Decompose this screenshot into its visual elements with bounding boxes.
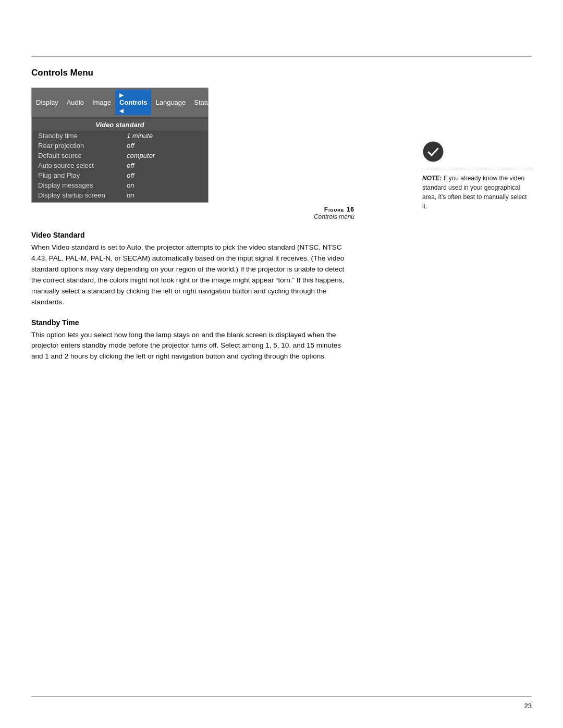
menu-value-default-source: computer xyxy=(127,152,155,159)
standby-time-title: Standby Time xyxy=(31,318,354,327)
menu-screenshot: Display Audio Image Controls Language St… xyxy=(31,88,209,203)
video-standard-title: Video Standard xyxy=(31,231,354,239)
menu-label-plug-play: Plug and Play xyxy=(38,171,127,179)
menu-nav-audio[interactable]: Audio xyxy=(63,97,88,107)
menu-header: Video standard xyxy=(32,119,208,131)
menu-label-default-source: Default source xyxy=(38,152,127,159)
menu-label-auto-source: Auto source select xyxy=(38,162,127,169)
note-text: NOTE: If you already know the video stan… xyxy=(422,174,532,211)
page: Controls Menu Display Audio Image Contro… xyxy=(0,0,563,728)
menu-row-auto-source: Auto source select off xyxy=(32,161,208,170)
menu-row-display-messages: Display messages on xyxy=(32,180,208,190)
top-divider xyxy=(31,56,532,57)
menu-nav-language[interactable]: Language xyxy=(151,97,190,107)
menu-value-display-startup: on xyxy=(127,191,134,199)
section-title: Controls Menu xyxy=(31,68,354,78)
menu-label-display-messages: Display messages xyxy=(38,181,127,189)
section-video-standard: Video Standard When Video standard is se… xyxy=(31,231,354,308)
note-divider xyxy=(422,168,532,168)
menu-nav-status[interactable]: Status xyxy=(190,97,217,107)
figure-caption: Controls menu xyxy=(31,213,354,220)
note-icon xyxy=(422,141,532,165)
menu-nav-bar: Display Audio Image Controls Language St… xyxy=(32,88,208,117)
menu-row-display-startup: Display startup screen on xyxy=(32,190,208,200)
menu-row-rear: Rear projection off xyxy=(32,141,208,151)
menu-label-display-startup: Display startup screen xyxy=(38,191,127,199)
standby-time-text: This option lets you select how long the… xyxy=(31,330,354,363)
svg-point-0 xyxy=(423,142,443,162)
page-number: 23 xyxy=(524,702,532,710)
menu-nav-image[interactable]: Image xyxy=(88,97,115,107)
menu-label-rear: Rear projection xyxy=(38,142,127,150)
menu-label-standby: Standby time xyxy=(38,132,127,140)
right-sidebar: NOTE: If you already know the video stan… xyxy=(422,141,532,211)
note-bold-prefix: NOTE: xyxy=(422,175,442,182)
menu-row-standby: Standby time 1 minute xyxy=(32,131,208,141)
main-content: Controls Menu Display Audio Image Contro… xyxy=(31,68,354,362)
menu-row-default-source: Default source computer xyxy=(32,151,208,161)
menu-value-rear: off xyxy=(127,142,134,150)
section-standby-time: Standby Time This option lets you select… xyxy=(31,318,354,363)
menu-nav-display[interactable]: Display xyxy=(32,97,63,107)
menu-nav-controls[interactable]: Controls xyxy=(115,90,151,115)
figure-area: Figure 16 Controls menu xyxy=(31,206,354,220)
menu-value-plug-play: off xyxy=(127,171,134,179)
menu-row-plug-play: Plug and Play off xyxy=(32,170,208,180)
figure-label: Figure 16 xyxy=(31,206,354,213)
menu-items-list: Video standard Standby time 1 minute Rea… xyxy=(32,117,208,202)
video-standard-text: When Video standard is set to Auto, the … xyxy=(31,242,354,308)
menu-value-auto-source: off xyxy=(127,162,134,169)
bottom-divider xyxy=(31,696,532,697)
menu-value-standby: 1 minute xyxy=(127,132,153,140)
menu-value-display-messages: on xyxy=(127,181,134,189)
